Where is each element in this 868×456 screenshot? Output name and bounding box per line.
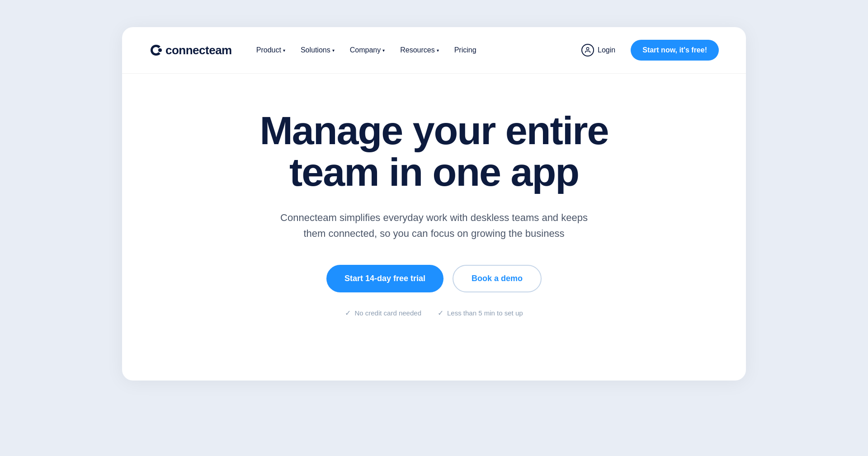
chevron-down-icon: ▾ (283, 48, 285, 53)
nav-right: Login Start now, it's free! (575, 40, 719, 61)
nav-item-pricing[interactable]: Pricing (448, 42, 483, 58)
nav-item-product[interactable]: Product ▾ (250, 42, 292, 58)
svg-point-0 (158, 48, 162, 52)
trust-badges: ✓ No credit card needed ✓ Less than 5 mi… (345, 309, 523, 317)
hero-subtitle: Connecteam simplifies everyday work with… (280, 210, 588, 241)
nav-item-resources[interactable]: Resources ▾ (394, 42, 445, 58)
hero-title: Manage your entire team in one app (260, 110, 609, 193)
logo[interactable]: connecteam (149, 43, 232, 57)
chevron-down-icon: ▾ (332, 48, 335, 53)
login-label: Login (598, 46, 615, 54)
start-trial-button[interactable]: Start 14-day free trial (326, 265, 443, 292)
connecteam-logo-icon (149, 44, 163, 56)
account-icon (581, 44, 594, 56)
svg-point-1 (586, 47, 589, 50)
trust-item-setup-time: ✓ Less than 5 min to set up (438, 309, 523, 317)
hero-section: Manage your entire team in one app Conne… (122, 74, 746, 344)
chevron-down-icon: ▾ (437, 48, 439, 53)
trust-item-no-credit-card: ✓ No credit card needed (345, 309, 421, 317)
chevron-down-icon: ▾ (382, 48, 385, 53)
main-card: connecteam Product ▾ Solutions ▾ Company… (122, 27, 746, 381)
page-wrapper: connecteam Product ▾ Solutions ▾ Company… (0, 0, 868, 456)
navbar: connecteam Product ▾ Solutions ▾ Company… (122, 27, 746, 74)
book-demo-button[interactable]: Book a demo (453, 265, 542, 292)
start-now-button[interactable]: Start now, it's free! (631, 40, 719, 61)
hero-buttons: Start 14-day free trial Book a demo (326, 265, 542, 292)
logo-text: connecteam (165, 43, 232, 57)
nav-links: Product ▾ Solutions ▾ Company ▾ Resource… (250, 42, 557, 58)
nav-item-company[interactable]: Company ▾ (344, 42, 391, 58)
check-icon: ✓ (345, 309, 351, 317)
login-button[interactable]: Login (575, 40, 622, 60)
nav-item-solutions[interactable]: Solutions ▾ (294, 42, 341, 58)
check-icon: ✓ (438, 309, 443, 317)
